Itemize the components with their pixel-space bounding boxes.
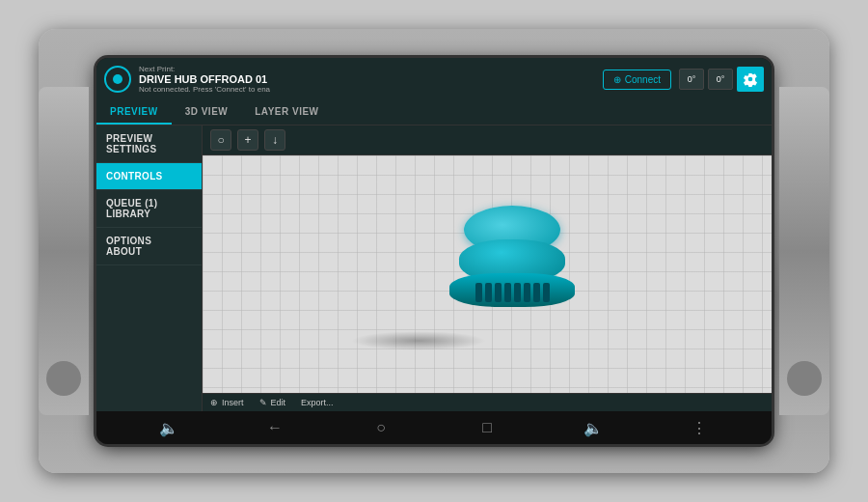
sidebar-item-controls[interactable]: CONTROLS bbox=[96, 163, 202, 190]
gear-tooth-1 bbox=[475, 283, 482, 302]
holder-left bbox=[39, 87, 89, 415]
toolbar-btn-download[interactable]: ↓ bbox=[264, 129, 285, 151]
nav-back[interactable]: ← bbox=[260, 419, 289, 436]
gear-tooth-2 bbox=[485, 283, 492, 302]
gear-tooth-4 bbox=[504, 283, 511, 302]
nav-home[interactable]: ○ bbox=[366, 419, 395, 436]
connect-button[interactable]: ⊕ Connect bbox=[603, 70, 671, 90]
toolbar-btn-add[interactable]: + bbox=[237, 129, 258, 151]
top-bar-right: 0° 0° bbox=[679, 67, 764, 92]
gear-tooth-8 bbox=[543, 283, 550, 302]
main-content: PREVIEW 3D VIEW LAYER VIEW PREVIEW SETTI… bbox=[96, 100, 772, 411]
print-indicator bbox=[104, 66, 131, 93]
insert-label: Insert bbox=[222, 398, 244, 407]
nav-more[interactable]: ⋮ bbox=[685, 419, 714, 437]
holder-right bbox=[779, 87, 829, 415]
tab-3dview[interactable]: 3D VIEW bbox=[172, 100, 242, 125]
export-label: Export... bbox=[301, 398, 334, 407]
sidebar: PREVIEW SETTINGS CONTROLS QUEUE (1) LIBR… bbox=[96, 126, 203, 411]
edit-menu-item[interactable]: ✎ Edit bbox=[259, 398, 286, 407]
edit-icon: ✎ bbox=[259, 398, 267, 407]
angle2-box: 0° bbox=[708, 69, 733, 90]
settings-icon-button[interactable] bbox=[737, 67, 764, 92]
print-name: DRIVE HUB OFFROAD 01 bbox=[139, 73, 595, 85]
sidebar-item-preview-settings[interactable]: PREVIEW SETTINGS bbox=[96, 126, 202, 163]
angle1-value: 0° bbox=[688, 74, 696, 84]
view-toolbar: ○ + ↓ bbox=[203, 126, 772, 155]
object-shadow bbox=[351, 331, 486, 350]
tablet-holder: Next Print: DRIVE HUB OFFROAD 01 Not con… bbox=[39, 29, 829, 473]
nav-speaker-right[interactable]: 🔈 bbox=[579, 419, 608, 437]
next-print-label: Next Print: bbox=[139, 65, 595, 73]
content-row: PREVIEW SETTINGS CONTROLS QUEUE (1) LIBR… bbox=[96, 126, 772, 411]
top-bar: Next Print: DRIVE HUB OFFROAD 01 Not con… bbox=[96, 58, 772, 100]
angle2-value: 0° bbox=[717, 74, 725, 84]
print-indicator-inner bbox=[113, 74, 122, 84]
tablet-body: Next Print: DRIVE HUB OFFROAD 01 Not con… bbox=[96, 58, 772, 444]
3d-object bbox=[449, 206, 575, 321]
insert-menu-item[interactable]: ⊕ Insert bbox=[210, 398, 244, 407]
viewport bbox=[203, 155, 772, 393]
gear-tooth-6 bbox=[524, 283, 530, 302]
view-area: ○ + ↓ bbox=[203, 126, 772, 411]
sidebar-item-options[interactable]: OPTIONS ABOUT bbox=[96, 228, 202, 265]
connect-label: Connect bbox=[625, 74, 661, 85]
sidebar-item-queue[interactable]: QUEUE (1) LIBRARY bbox=[96, 190, 202, 228]
tab-preview[interactable]: PREVIEW bbox=[96, 100, 172, 125]
angle1-box: 0° bbox=[679, 69, 704, 90]
screen: Next Print: DRIVE HUB OFFROAD 01 Not con… bbox=[96, 58, 772, 444]
insert-icon: ⊕ bbox=[210, 398, 218, 407]
toolbar-btn-circle[interactable]: ○ bbox=[210, 129, 231, 151]
connect-icon: ⊕ bbox=[613, 74, 621, 85]
nav-recents[interactable]: □ bbox=[473, 419, 502, 436]
print-info: Next Print: DRIVE HUB OFFROAD 01 Not con… bbox=[139, 65, 595, 94]
gear-icon bbox=[743, 71, 758, 87]
gear-tooth-7 bbox=[533, 283, 540, 302]
print-status: Not connected. Press 'Connect' to ena bbox=[139, 85, 595, 94]
tab-layerview[interactable]: LAYER VIEW bbox=[241, 100, 332, 125]
nav-speaker-left[interactable]: 🔈 bbox=[154, 419, 183, 437]
edit-label: Edit bbox=[271, 398, 286, 407]
gear-tooth-5 bbox=[514, 283, 521, 302]
gear-tooth-3 bbox=[495, 283, 502, 302]
bottom-toolbar: ⊕ Insert ✎ Edit Export... bbox=[203, 393, 772, 411]
export-menu-item[interactable]: Export... bbox=[301, 398, 334, 407]
tab-bar: PREVIEW 3D VIEW LAYER VIEW bbox=[96, 100, 772, 126]
gear-detail bbox=[454, 278, 570, 307]
android-nav: 🔈 ← ○ □ 🔈 ⋮ bbox=[96, 411, 772, 444]
